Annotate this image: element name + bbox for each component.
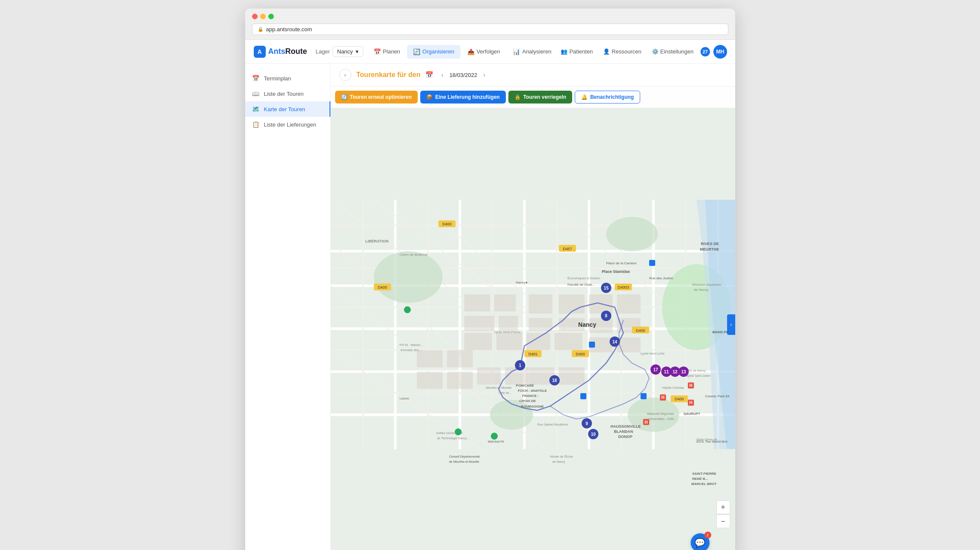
patienten-label: Patienten [569,48,593,55]
svg-text:de Nancy: de Nancy [694,288,708,292]
karte-der-touren-label: Karte der Touren [264,106,306,112]
svg-rect-56 [447,372,472,389]
svg-text:de Technologie Nancy...: de Technologie Nancy... [437,437,469,440]
avatar-initials: MH [716,49,724,55]
nav-item-planen[interactable]: 📅 Planen [368,45,406,59]
prev-date-button[interactable]: ‹ [439,71,446,79]
ressourcen-nav[interactable]: 👤 Ressourcen [600,46,644,57]
svg-text:Hôpital Saint-Julien: Hôpital Saint-Julien [684,374,710,378]
notify-icon: 🔔 [581,94,588,100]
verfolgen-icon: 📤 [467,48,475,55]
main-content: 📅 Terminplan 📖 Liste der Touren 🗺️ Karte… [245,64,735,550]
sidebar-item-karte-der-touren[interactable]: 🗺️ Karte der Touren [245,101,330,117]
svg-text:D4003: D4003 [618,285,629,290]
add-delivery-button[interactable]: 📦 Eine Lieferung hinzufügen [420,91,506,103]
chat-badge: 2 [704,532,711,538]
nav-item-verfolgen[interactable]: 📤 Verfolgen [461,45,506,59]
svg-text:17: 17 [653,367,658,372]
svg-point-31 [606,217,658,251]
map-controls: + − [716,500,730,528]
planen-label: Planen [383,48,400,55]
lock-label: Touren verriegeln [523,94,566,100]
zoom-out-button[interactable]: − [716,515,730,528]
organisieren-icon: 🔄 [413,48,420,55]
logo-ants: Ants [268,47,285,56]
svg-text:Place Stanislas: Place Stanislas [602,269,630,274]
chat-icon: 💬 [695,538,705,548]
sidebar-item-terminplan[interactable]: 📅 Terminplan [245,71,330,86]
svg-rect-36 [494,294,516,311]
svg-rect-39 [529,294,552,313]
notification-badge[interactable]: 27 [701,47,710,56]
minimize-button[interactable] [260,14,266,19]
sidebar-toggle-button[interactable]: ‹ [727,314,735,335]
map-svg: D400 D457 D400 D400 D401 D4003 [331,86,735,550]
chat-button[interactable]: 💬 2 [691,533,710,550]
logo-icon: A [254,46,266,58]
svg-rect-45 [526,333,550,350]
analysieren-icon: 📊 [513,48,520,55]
lock-icon: 🔒 [514,94,521,100]
svg-text:9: 9 [585,421,588,426]
svg-text:BLANDAN: BLANDAN [614,429,633,434]
sidebar-item-liste-der-lieferungen[interactable]: 📋 Liste der Lieferungen [245,117,330,132]
lager-dropdown[interactable]: Nancy ▾ [333,46,363,57]
svg-text:12: 12 [672,370,677,374]
svg-rect-35 [464,294,490,311]
liste-der-lieferungen-label: Liste der Lieferungen [264,121,316,128]
content-col: ‹ Tourenkarte für den 📅 ‹ 18/03/2022 › 🔄 [331,64,735,550]
svg-rect-164 [589,342,595,348]
optimize-button[interactable]: 🔄 Touren erneut optimieren [335,91,418,103]
svg-text:1: 1 [519,363,521,368]
lock-button[interactable]: 🔒 Touren verriegeln [508,91,572,103]
einstellungen-nav[interactable]: ⚙️ Einstellungen [648,46,697,57]
next-date-button[interactable]: › [481,71,488,79]
svg-text:SAINT-PIERRE: SAINT-PIERRE [692,472,716,476]
maximize-button[interactable] [268,14,274,19]
svg-text:D400: D400 [636,328,645,333]
notification-count: 27 [703,49,708,54]
liste-der-lieferungen-icon: 📋 [252,121,260,128]
nav-right: 👥 Patienten 👤 Ressourcen ⚙️ Einstellunge… [557,45,727,59]
svg-text:CROIX DE: CROIX DE [519,399,536,403]
svg-text:Laxou: Laxou [399,396,409,400]
patienten-nav[interactable]: 👥 Patienten [557,46,596,57]
terminplan-label: Terminplan [264,75,291,82]
analysieren-label: Analysieren [522,48,551,55]
zoom-in-button[interactable]: + [716,500,730,514]
terminplan-icon: 📅 [252,75,260,82]
map-background: D400 D457 D400 D400 D401 D4003 [331,86,735,550]
close-button[interactable] [252,14,258,19]
svg-rect-40 [529,318,552,331]
url-text: app.antsroute.com [266,26,312,33]
notify-label: Benachrichtigung [590,94,634,100]
nav-item-analysieren[interactable]: 📊 Analysieren [507,45,557,59]
avatar[interactable]: MH [713,45,727,59]
svg-text:Well And Fit: Well And Fit [487,440,503,443]
svg-text:Nancy: Nancy [578,321,596,328]
location-text: Nancy [337,48,353,55]
calendar-icon[interactable]: 📅 [425,71,434,79]
svg-text:SAURUPT: SAURUPT [683,412,700,416]
nav-item-organisieren[interactable]: 🔄 Organisieren [407,45,460,59]
date-nav: ‹ 18/03/2022 › [439,71,487,79]
browser-chrome: 🔒 app.antsroute.com [245,9,735,40]
svg-text:DONOP: DONOP [618,435,632,439]
svg-text:13: 13 [681,370,686,374]
sidebar-toggle-icon: ‹ [731,322,732,328]
svg-text:Chem de Bellevue: Chem de Bellevue [399,253,428,257]
svg-text:de Meurthe-et-Moselle: de Meurthe-et-Moselle [449,460,479,463]
svg-rect-54 [447,350,472,367]
address-bar[interactable]: 🔒 app.antsroute.com [252,24,728,35]
svg-text:Maternité Régionale: Maternité Régionale [647,412,674,416]
svg-text:émentale des...: émentale des... [400,349,421,352]
einstellungen-icon: ⚙️ [652,48,659,55]
svg-text:D400: D400 [674,397,684,401]
svg-text:8: 8 [605,313,607,318]
notify-button[interactable]: 🔔 Benachrichtigung [575,91,640,103]
svg-text:D401: D401 [528,352,538,356]
sidebar-item-liste-der-touren[interactable]: 📖 Liste der Touren [245,86,330,101]
back-button[interactable]: ‹ [339,69,351,81]
add-delivery-label: Eine Lieferung hinzufügen [435,94,500,100]
svg-rect-37 [464,316,494,331]
